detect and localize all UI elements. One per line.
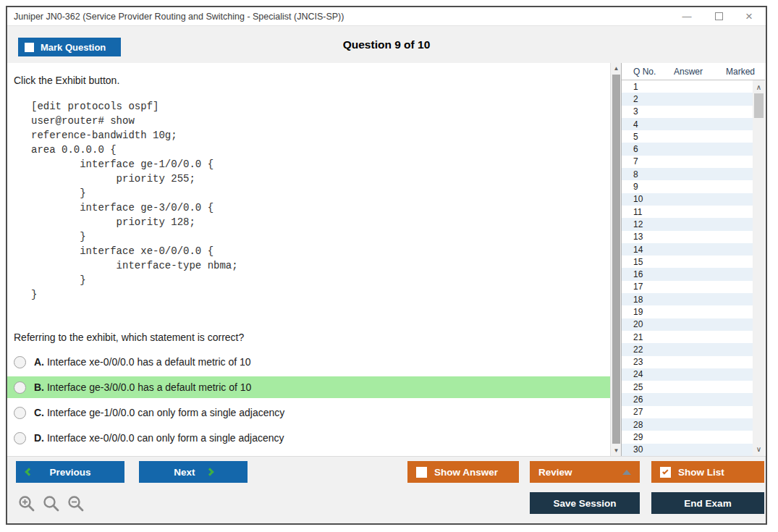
window-title: Juniper JN0-362 (Service Provider Routin… (14, 12, 344, 22)
show-list-label: Show List (678, 467, 724, 478)
question-list-scrollbar-thumb[interactable] (754, 93, 764, 118)
show-answer-button[interactable]: Show Answer (407, 461, 519, 483)
next-label: Next (174, 467, 195, 478)
question-list-row[interactable]: 21 (622, 331, 753, 343)
maximize-box (715, 12, 723, 20)
question-list-row[interactable]: 27 (622, 406, 753, 418)
question-list-row[interactable]: 8 (622, 168, 753, 180)
question-text: Referring to the exhibit, which statemen… (14, 332, 244, 343)
check-icon (662, 468, 668, 474)
question-list-row[interactable]: 22 (622, 343, 753, 355)
show-list-checkbox[interactable] (660, 467, 671, 478)
scroll-down-icon[interactable]: ▼ (611, 445, 622, 456)
question-list-row[interactable]: 7 (622, 156, 753, 168)
chevron-right-icon (206, 468, 213, 476)
option-text: Interface xe-0/0/0.0 has a default metri… (44, 356, 251, 368)
question-list-row[interactable]: 1 (622, 80, 753, 93)
question-list-row[interactable]: 20 (622, 318, 753, 331)
option-text: Interface ge-1/0/0.0 can only form a sin… (44, 407, 284, 418)
question-list-row[interactable]: 17 (622, 281, 753, 293)
radio-button[interactable] (14, 381, 26, 394)
main-scrollbar-thumb[interactable] (612, 75, 620, 444)
triangle-up-icon (622, 470, 631, 475)
option-text: Interface xe-0/0/0.0 can only form a sin… (44, 432, 284, 444)
question-list-rows: 1234567891011121314151617181920212223242… (622, 80, 753, 456)
question-list-row[interactable]: 19 (622, 305, 753, 318)
radio-button[interactable] (14, 407, 26, 419)
list-scroll-down-icon[interactable]: ∨ (753, 444, 764, 455)
option-letter: A. (34, 356, 44, 368)
show-answer-checkbox[interactable] (416, 467, 427, 478)
question-list-row[interactable]: 6 (622, 143, 753, 155)
question-list-row[interactable]: 3 (622, 106, 753, 118)
save-session-button[interactable]: Save Session (530, 492, 640, 514)
exhibit-instruction: Click the Exhibit button. (14, 75, 119, 86)
question-list-row[interactable]: 26 (622, 393, 753, 405)
question-list-row[interactable]: 11 (622, 206, 753, 218)
app-window: Juniper JN0-362 (Service Provider Routin… (6, 6, 767, 525)
zoom-out-icon[interactable] (67, 494, 85, 513)
column-qno: Q No. (633, 67, 656, 77)
question-list-row[interactable]: 9 (622, 180, 753, 193)
answer-option-d[interactable]: D. Interface xe-0/0/0.0 can only form a … (7, 427, 610, 449)
answer-option-a[interactable]: A. Interface xe-0/0/0.0 has a default me… (7, 351, 610, 373)
question-list-row[interactable]: 29 (622, 431, 753, 443)
chevron-left-icon (25, 468, 33, 476)
header-band: Mark Question Question 9 of 10 (7, 25, 766, 63)
zoom-reset-icon[interactable] (42, 494, 61, 513)
review-label: Review (538, 467, 572, 478)
question-list-row[interactable]: 15 (622, 256, 753, 268)
question-list-scrollbar[interactable]: ∧ ∨ (753, 80, 765, 456)
title-bar: Juniper JN0-362 (Service Provider Routin… (7, 7, 766, 25)
question-list-row[interactable]: 2 (622, 93, 753, 105)
save-session-label: Save Session (553, 498, 616, 509)
show-list-button[interactable]: Show List (651, 461, 764, 483)
minimize-icon[interactable]: — (675, 7, 699, 25)
next-button[interactable]: Next (139, 461, 248, 483)
previous-label: Previous (49, 467, 90, 478)
review-button[interactable]: Review (530, 461, 640, 483)
question-list-row[interactable]: 13 (622, 231, 753, 243)
option-text: Interface ge-3/0/0.0 has a default metri… (44, 381, 251, 393)
question-panel: Click the Exhibit button. [edit protocol… (7, 63, 610, 456)
option-letter: C. (34, 407, 44, 418)
option-letter: D. (34, 432, 44, 444)
radio-button[interactable] (14, 432, 26, 444)
question-list-row[interactable]: 18 (622, 293, 753, 305)
question-list-row[interactable]: 16 (622, 268, 753, 280)
column-marked: Marked (726, 67, 755, 77)
end-exam-label: End Exam (684, 498, 731, 509)
question-list-row[interactable]: 24 (622, 368, 753, 381)
zoom-in-icon[interactable] (17, 494, 36, 513)
scroll-up-icon[interactable]: ▲ (611, 63, 622, 74)
radio-button[interactable] (14, 356, 26, 368)
zoom-tools (17, 494, 85, 513)
main-scrollbar[interactable]: ▲ ▼ (610, 63, 621, 456)
question-counter: Question 9 of 10 (7, 38, 766, 51)
question-list-row[interactable]: 10 (622, 193, 753, 206)
footer-bar: Previous Next Show Answer Review Show Li… (7, 456, 766, 523)
list-scroll-up-icon[interactable]: ∧ (753, 82, 764, 93)
end-exam-button[interactable]: End Exam (651, 492, 764, 514)
question-list-row[interactable]: 30 (622, 444, 753, 456)
answer-option-c[interactable]: C. Interface ge-1/0/0.0 can only form a … (7, 402, 610, 423)
question-list-row[interactable]: 23 (622, 356, 753, 368)
question-list-row[interactable]: 12 (622, 218, 753, 230)
question-list-header: Q No. Answer Marked (622, 63, 765, 80)
show-answer-label: Show Answer (434, 467, 498, 478)
question-list-row[interactable]: 5 (622, 130, 753, 143)
question-list-row[interactable]: 25 (622, 381, 753, 393)
maximize-icon[interactable] (706, 7, 731, 25)
question-list-row[interactable]: 4 (622, 118, 753, 130)
question-list-row[interactable]: 14 (622, 243, 753, 256)
previous-button[interactable]: Previous (16, 461, 124, 483)
option-letter: B. (34, 381, 44, 393)
exhibit-code: [edit protocols ospf] user@router# show … (31, 99, 238, 302)
answer-option-b[interactable]: B. Interface ge-3/0/0.0 has a default me… (7, 376, 610, 398)
close-icon[interactable]: × (737, 7, 761, 25)
options: A. Interface xe-0/0/0.0 has a default me… (7, 351, 610, 452)
question-list-panel: Q No. Answer Marked 12345678910111213141… (621, 63, 764, 456)
column-answer: Answer (674, 67, 703, 77)
question-list-row[interactable]: 28 (622, 418, 753, 431)
